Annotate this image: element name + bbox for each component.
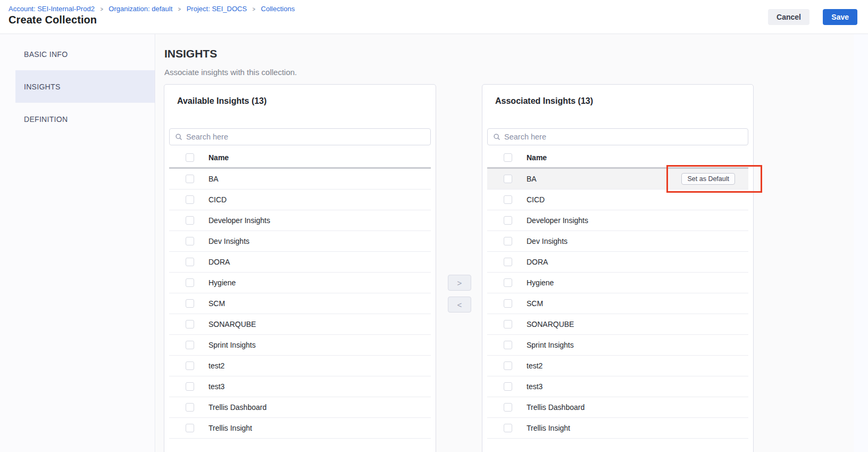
table-header-row: Name [169, 148, 431, 167]
table-row[interactable]: SCM [169, 293, 431, 314]
table-row[interactable]: test3 [487, 376, 748, 397]
top-header-bar: Account: SEI-Internal-Prod2 > Organizati… [0, 0, 868, 34]
associated-insights-table: Name BA Set as Default CICD Developer In… [487, 148, 748, 439]
save-button[interactable]: Save [823, 9, 857, 25]
table-row[interactable]: Sprint Insights [487, 335, 748, 356]
table-row[interactable]: Developer Insights [169, 210, 431, 231]
associated-rows: BA Set as Default CICD Developer Insight… [487, 169, 748, 439]
insight-name: BA [208, 175, 219, 183]
sidebar-item-basic-info[interactable]: BASIC INFO [15, 38, 155, 70]
sidebar-item-definition[interactable]: DEFINITION [15, 103, 155, 135]
row-checkbox[interactable] [186, 237, 194, 245]
select-all-checkbox[interactable] [504, 153, 512, 162]
insight-name: DORA [527, 258, 548, 266]
associated-insights-panel: Associated Insights (13) Name BA Set as … [482, 84, 754, 452]
search-icon [175, 133, 182, 141]
row-checkbox[interactable] [186, 361, 194, 370]
table-header-row: Name [487, 148, 748, 167]
row-checkbox[interactable] [186, 403, 194, 412]
table-row[interactable]: Dev Insights [487, 231, 748, 252]
table-row[interactable]: test3 [169, 376, 431, 397]
row-checkbox[interactable] [504, 299, 512, 308]
table-row[interactable]: SONARQUBE [487, 314, 748, 335]
row-checkbox[interactable] [504, 341, 512, 349]
table-row[interactable]: Dev Insights [169, 231, 431, 252]
table-row[interactable]: BA [169, 169, 431, 190]
table-row[interactable]: test2 [169, 356, 431, 376]
section-heading: INSIGHTS [164, 47, 217, 60]
row-checkbox[interactable] [504, 403, 512, 412]
row-checkbox[interactable] [504, 278, 512, 287]
move-right-button[interactable]: > [448, 275, 471, 291]
insight-name: Trellis Insight [527, 424, 570, 432]
breadcrumb-project-link[interactable]: Project: SEI_DOCS [187, 5, 247, 13]
insight-name: Hygiene [208, 278, 236, 287]
set-as-default-button[interactable]: Set as Default [681, 173, 735, 185]
table-row[interactable]: Hygiene [487, 273, 748, 293]
insight-name: Hygiene [527, 278, 554, 287]
row-checkbox[interactable] [504, 237, 512, 245]
insight-name: Developer Insights [208, 216, 270, 225]
select-all-checkbox[interactable] [186, 153, 194, 162]
row-checkbox[interactable] [186, 175, 194, 183]
insight-name: SONARQUBE [208, 320, 256, 328]
name-column-header: Name [208, 153, 229, 162]
table-row[interactable]: Trellis Insight [487, 418, 748, 439]
row-checkbox[interactable] [504, 424, 512, 432]
table-row[interactable]: BA Set as Default [487, 169, 748, 190]
row-checkbox[interactable] [504, 195, 512, 204]
row-checkbox[interactable] [504, 382, 512, 391]
table-row[interactable]: Sprint Insights [169, 335, 431, 356]
row-checkbox[interactable] [186, 320, 194, 328]
table-row[interactable]: SONARQUBE [169, 314, 431, 335]
insight-name: SCM [527, 299, 543, 308]
table-row[interactable]: DORA [169, 252, 431, 273]
move-left-button[interactable]: < [448, 297, 471, 313]
cancel-button[interactable]: Cancel [768, 9, 809, 25]
table-row[interactable]: Hygiene [169, 273, 431, 293]
insight-name: CICD [527, 195, 545, 204]
table-row[interactable]: Developer Insights [487, 210, 748, 231]
row-checkbox[interactable] [186, 299, 194, 308]
row-checkbox[interactable] [504, 175, 512, 183]
available-search-box [169, 128, 431, 145]
row-checkbox[interactable] [504, 258, 512, 266]
table-row[interactable]: test2 [487, 356, 748, 376]
associated-search-input[interactable] [504, 129, 742, 145]
scrollbar-gutter[interactable] [854, 34, 868, 452]
breadcrumb-collections-link[interactable]: Collections [261, 5, 295, 13]
row-checkbox[interactable] [186, 216, 194, 225]
row-checkbox[interactable] [186, 424, 194, 432]
table-row[interactable]: Trellis Dashboard [169, 397, 431, 418]
breadcrumb: Account: SEI-Internal-Prod2 > Organizati… [9, 5, 295, 13]
row-checkbox[interactable] [186, 341, 194, 349]
sidebar-item-insights[interactable]: INSIGHTS [15, 70, 155, 103]
row-checkbox[interactable] [186, 382, 194, 391]
search-icon [493, 133, 500, 141]
row-checkbox[interactable] [504, 216, 512, 225]
row-checkbox[interactable] [504, 320, 512, 328]
table-row[interactable]: CICD [169, 190, 431, 210]
insight-name: test2 [208, 361, 224, 370]
table-row[interactable]: CICD [487, 190, 748, 210]
table-row[interactable]: Trellis Insight [169, 418, 431, 439]
row-checkbox[interactable] [186, 195, 194, 204]
table-row[interactable]: DORA [487, 252, 748, 273]
associated-search-box [487, 128, 748, 145]
insight-name: test3 [527, 382, 542, 391]
row-checkbox[interactable] [504, 361, 512, 370]
breadcrumb-organization-link[interactable]: Organization: default [108, 5, 172, 13]
insight-name: test2 [527, 361, 542, 370]
available-search-input[interactable] [186, 129, 425, 145]
insight-name: Sprint Insights [527, 341, 574, 349]
table-row[interactable]: SCM [487, 293, 748, 314]
chevron-right-icon: > [457, 278, 462, 287]
row-checkbox[interactable] [186, 258, 194, 266]
table-row[interactable]: Trellis Dashboard [487, 397, 748, 418]
chevron-right-icon: > [101, 6, 103, 12]
row-checkbox[interactable] [186, 278, 194, 287]
available-rows: BA CICD Developer Insights Dev Insights … [169, 169, 431, 439]
steps-sidebar: BASIC INFO INSIGHTS DEFINITION [0, 34, 155, 452]
section-subheading: Associate insights with this collection. [164, 68, 297, 77]
breadcrumb-account-link[interactable]: Account: SEI-Internal-Prod2 [9, 5, 95, 13]
